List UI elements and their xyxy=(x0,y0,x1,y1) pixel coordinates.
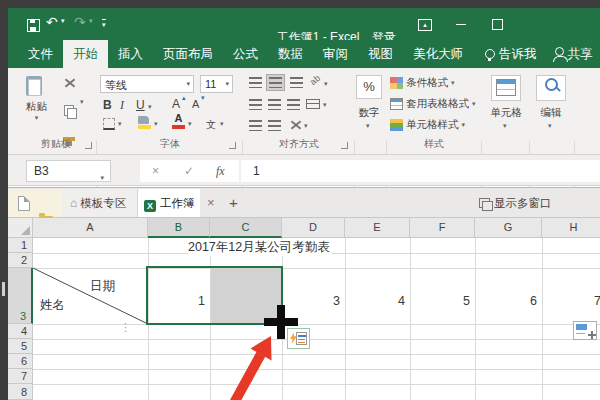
italic-button[interactable]: I xyxy=(120,98,124,113)
alignment-dialog-launcher-icon[interactable] xyxy=(341,142,348,149)
column-header-D[interactable]: D xyxy=(282,218,345,238)
row-header-3[interactable]: 3 xyxy=(8,268,33,324)
number-dropdown-icon[interactable]: ▾ xyxy=(366,122,370,130)
tab-page-layout[interactable]: 页面布局 xyxy=(153,40,223,68)
cut-icon[interactable] xyxy=(64,78,76,88)
bold-button[interactable]: B xyxy=(103,98,112,112)
tab-workbook1[interactable]: X工作簿1 xyxy=(138,189,200,217)
phonetic-guide-icon[interactable]: 文 xyxy=(206,118,216,132)
tab-tell-me[interactable]: 告诉我 xyxy=(473,40,543,68)
row-header-7[interactable]: 7 xyxy=(8,369,33,384)
font-color-dropdown-icon[interactable]: ▾ xyxy=(188,120,192,128)
top-align-icon[interactable] xyxy=(249,77,262,88)
undo-icon[interactable]: ↶ xyxy=(46,7,58,37)
orientation-icon[interactable]: ab xyxy=(308,73,322,87)
show-multi-window-button[interactable]: 显示多窗口 xyxy=(479,189,552,217)
new-document-icon[interactable] xyxy=(18,196,30,211)
cell-G3[interactable]: 6 xyxy=(530,294,537,308)
merge-dropdown-icon[interactable]: ▾ xyxy=(323,101,327,109)
name-box[interactable]: B3 ▾ xyxy=(26,160,111,182)
borders-dropdown-icon[interactable]: ▾ xyxy=(118,120,122,128)
paste-dropdown-icon[interactable]: ▾ xyxy=(26,114,47,122)
align-left-icon[interactable] xyxy=(249,99,262,110)
cell-D3[interactable]: 3 xyxy=(333,294,340,308)
column-header-E[interactable]: E xyxy=(345,218,410,238)
column-header-C[interactable]: C xyxy=(210,218,282,238)
screenshot-tool-icon[interactable] xyxy=(573,321,597,340)
column-header-G[interactable]: G xyxy=(475,218,542,238)
redo-icon[interactable]: ↷ xyxy=(74,7,86,37)
share-button[interactable]: 共享 xyxy=(543,40,600,68)
group-number[interactable]: % 数字 ▾ xyxy=(356,68,384,155)
select-all-corner[interactable] xyxy=(8,218,33,238)
ribbon-display-options-icon[interactable]: ▴ xyxy=(418,19,432,31)
cell-F3[interactable]: 5 xyxy=(463,294,470,308)
tab-template-zone[interactable]: ⌂模板专区 xyxy=(62,189,138,217)
fill-color-icon[interactable] xyxy=(138,116,151,129)
increase-indent-icon[interactable] xyxy=(268,120,281,131)
font-dialog-launcher-icon[interactable] xyxy=(229,142,236,149)
cells-dropdown-icon[interactable]: ▾ xyxy=(503,122,507,130)
formula-input[interactable]: 1 xyxy=(241,160,600,182)
tab-home[interactable]: 开始 xyxy=(63,40,108,68)
undo-dropdown-icon[interactable]: ▾ xyxy=(61,17,65,25)
close-tab-icon[interactable]: × xyxy=(207,189,215,217)
wrap-dropdown-icon[interactable]: ▾ xyxy=(304,122,308,130)
borders-icon[interactable] xyxy=(103,118,115,130)
resize-dots-icon[interactable]: ⋮ xyxy=(120,316,131,338)
row-header-4[interactable]: 4 xyxy=(8,324,33,339)
customize-qat-icon[interactable]: ▾ xyxy=(102,19,106,29)
fill-color-dropdown-icon[interactable]: ▾ xyxy=(154,120,158,128)
tab-formulas[interactable]: 公式 xyxy=(223,40,268,68)
maximize-icon[interactable] xyxy=(492,19,503,30)
align-center-icon[interactable] xyxy=(268,99,281,110)
increase-font-icon[interactable]: A xyxy=(172,97,180,111)
minimize-icon[interactable] xyxy=(456,24,466,25)
tab-review[interactable]: 审阅 xyxy=(313,40,358,68)
wrap-text-icon[interactable] xyxy=(290,120,300,130)
cell-styles-button[interactable]: 单元格样式 ▾ xyxy=(390,118,465,132)
font-size-dropdown-icon[interactable]: ▾ xyxy=(225,80,229,88)
tab-insert[interactable]: 插入 xyxy=(108,40,153,68)
insert-function-icon[interactable]: fx xyxy=(216,160,225,182)
column-header-B[interactable]: B xyxy=(148,218,210,238)
font-size-combo[interactable]: 11 ▾ xyxy=(200,75,233,93)
column-header-H[interactable]: H xyxy=(542,218,600,238)
font-color-icon[interactable]: A xyxy=(172,112,185,129)
column-header-F[interactable]: F xyxy=(410,218,475,238)
row-header-1[interactable]: 1 xyxy=(8,238,33,253)
row-header-8[interactable]: 8 xyxy=(8,384,33,400)
copy-icon[interactable] xyxy=(64,105,74,116)
merge-center-icon[interactable] xyxy=(306,99,320,109)
decrease-indent-icon[interactable] xyxy=(249,120,262,131)
column-header-A[interactable]: A xyxy=(33,218,148,238)
underline-dropdown-icon[interactable]: ▾ xyxy=(148,103,152,111)
cancel-icon[interactable]: × xyxy=(152,160,159,182)
paste-button[interactable]: 粘贴 ▾ xyxy=(26,76,47,122)
font-name-combo[interactable]: 等线 ▾ xyxy=(100,75,194,93)
cell-E3[interactable]: 4 xyxy=(398,294,405,308)
cell-H3[interactable]: 7 xyxy=(594,294,600,308)
save-icon[interactable] xyxy=(27,19,40,32)
underline-button[interactable]: U xyxy=(136,98,145,112)
new-tab-icon[interactable]: + xyxy=(229,189,238,217)
clipboard-dialog-launcher-icon[interactable] xyxy=(85,142,92,149)
decrease-font-icon[interactable]: A xyxy=(192,98,199,110)
editing-dropdown-icon[interactable]: ▾ xyxy=(548,122,552,130)
row-header-5[interactable]: 5 xyxy=(8,339,33,354)
phonetic-dropdown-icon[interactable]: ▾ xyxy=(220,120,224,128)
font-name-dropdown-icon[interactable]: ▾ xyxy=(186,80,190,88)
auto-fill-options-button[interactable] xyxy=(287,328,310,349)
tab-beautify-master[interactable]: 美化大师 xyxy=(403,40,473,68)
sheet-title-cell[interactable]: 2017年12月某公司考勤表 xyxy=(188,239,332,256)
tab-data[interactable]: 数据 xyxy=(268,40,313,68)
group-cells[interactable]: 单元格 ▾ xyxy=(485,68,527,155)
orientation-dropdown-icon[interactable]: ▾ xyxy=(324,80,328,88)
row-header-6[interactable]: 6 xyxy=(8,354,33,369)
row-header-2[interactable]: 2 xyxy=(8,253,33,268)
group-editing[interactable]: 编辑 ▾ xyxy=(532,68,570,155)
format-as-table-button[interactable]: 套用表格格式 ▾ xyxy=(390,97,476,111)
bottom-align-icon[interactable] xyxy=(290,77,303,88)
align-right-icon[interactable] xyxy=(287,99,300,110)
tab-view[interactable]: 视图 xyxy=(358,40,403,68)
